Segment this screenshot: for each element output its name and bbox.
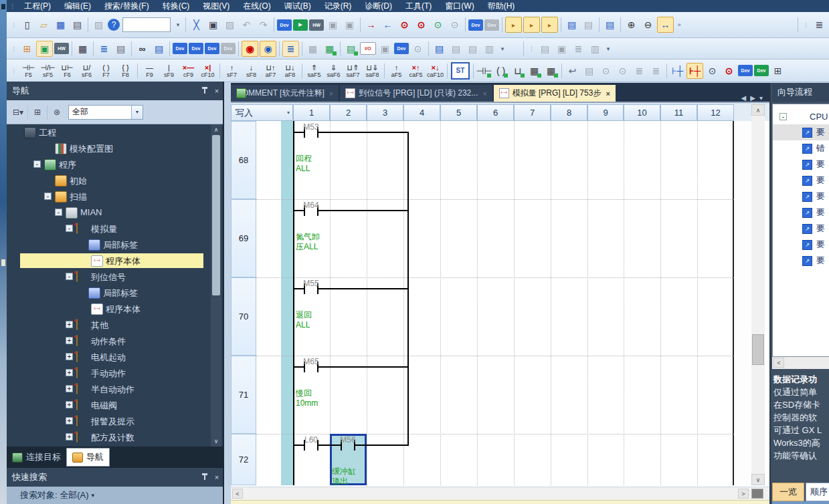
rollback-button[interactable]: ↩ [565, 64, 580, 78]
module-config-button[interactable]: ▦ [75, 41, 90, 56]
tab-navigation[interactable]: 导航 [66, 448, 110, 467]
ladder-rising-pulse-close-branch-button[interactable]: ⊔⇑saF7 [343, 61, 363, 80]
keyword-combobox[interactable] [122, 17, 171, 32]
wire-insert-button[interactable]: ⊦┼ [670, 64, 685, 78]
zoom-out-button[interactable]: ⊖ [640, 17, 656, 32]
scroll-left-icon[interactable]: < [232, 489, 243, 499]
tree-item-program[interactable]: -程序 [7, 156, 223, 172]
tree-item-local-label[interactable]: 局部标签 [7, 237, 223, 253]
ladder-falling-pulse-branch-button[interactable]: ⊔↓aF8 [280, 61, 300, 80]
monitor-pause-button[interactable]: ▣ [325, 17, 341, 32]
expand-icon[interactable]: + [66, 353, 73, 360]
hardware-config-icon[interactable]: HW [54, 43, 69, 54]
fit-width-button[interactable]: ↔ [657, 17, 674, 33]
indent-button[interactable]: ≣ [632, 64, 647, 78]
toolbar-overflow-icon[interactable]: ▾ [498, 41, 506, 56]
tree-item-mian[interactable]: -MIAN [7, 205, 223, 221]
pin-icon[interactable] [199, 87, 211, 95]
open-project-button[interactable]: ▱ [36, 17, 52, 32]
menu-item-search-replace[interactable]: 搜索/替换(F) [98, 1, 156, 12]
window-display2-button[interactable]: ▤ [581, 17, 596, 32]
tree-item-alarm-prompt[interactable]: +报警及提示 [7, 413, 223, 429]
ladder-falling-pulse-close-branch-button[interactable]: ⊔⇓saF8 [363, 61, 382, 80]
ladder-invert-result-button[interactable]: ↑aF5 [387, 61, 406, 80]
mode-header-cell[interactable]: 写入 ▾ [231, 104, 293, 121]
tab-position-signal[interactable]: ⊦⊣到位信号 [PRG] [LD] (只读) 232...× [340, 85, 492, 102]
menu-item-recording[interactable]: 记录(R) [318, 1, 359, 12]
tab-list-icon[interactable]: ▾ [759, 94, 763, 102]
close-icon[interactable]: × [482, 90, 486, 98]
save-project-button[interactable]: ▦ [53, 17, 68, 32]
ladder-rising-pulse-button[interactable]: ↑sF7 [222, 61, 242, 80]
close-icon[interactable]: × [329, 90, 333, 98]
collapse-icon[interactable]: - [66, 225, 73, 232]
read-from-plc-button[interactable]: ← [380, 17, 395, 32]
rung-number-cell[interactable]: 72 [231, 434, 256, 485]
edit-branch-button[interactable]: ⊔ [510, 64, 525, 78]
window-display-button[interactable]: ▤ [564, 17, 579, 32]
wizard-item[interactable]: ↗要 [773, 172, 829, 188]
monitor-resume-button[interactable]: ▣ [342, 17, 357, 32]
ladder-falling-pulse-button[interactable]: ↓sF8 [242, 61, 261, 80]
watch-stop-button[interactable]: ◉ [260, 41, 276, 57]
note-jump-button[interactable]: ▸ [523, 17, 540, 33]
parameter-screen-button[interactable]: ≣ [96, 41, 112, 56]
help-icon[interactable]: ? [108, 19, 120, 31]
combobox-dropdown-icon[interactable]: ▾ [173, 17, 183, 32]
chevron-down-icon[interactable]: ▾ [287, 110, 290, 116]
filter-combob[interactable]: 全部 ▾ [68, 105, 143, 120]
collapse-icon[interactable]: - [44, 193, 52, 200]
menu-item-project[interactable]: 工程(P) [17, 1, 58, 12]
collapse-icon[interactable]: - [779, 113, 787, 120]
ladder-convert-falling-button[interactable]: ×↓caF10 [426, 61, 445, 80]
window-list-button[interactable]: ▥ [482, 41, 497, 56]
tree-item-recipe-count[interactable]: +配方及计数 [7, 429, 223, 445]
expand-icon[interactable]: + [66, 401, 73, 408]
stamp-find-button[interactable]: ⊙ [410, 41, 426, 56]
ladder-vertical-line-button[interactable]: |sF9 [159, 61, 179, 80]
stamp-q-button[interactable]: ⊙ [598, 64, 614, 78]
wizard-item[interactable]: ↗要 [773, 253, 829, 269]
wizard-item[interactable]: ↗要 [773, 221, 829, 237]
scroll-down-icon[interactable]: ∨ [751, 474, 765, 485]
wizard-item[interactable]: ↗要 [773, 124, 829, 140]
docking-toolbar-icon[interactable]: ≣ [812, 17, 827, 32]
device-comment-icon[interactable]: Dev [173, 43, 187, 54]
rung-number-cell[interactable]: 70 [231, 277, 256, 356]
remote-operation-button[interactable]: ▤ [602, 17, 618, 32]
tab-scroll-right-icon[interactable]: ▶ [750, 94, 755, 102]
ladder-delete-vertical-line-button[interactable]: ×|cF10 [198, 61, 217, 80]
menu-item-debug[interactable]: 调试(B) [278, 1, 318, 12]
find-replace-button[interactable]: ▤ [151, 41, 167, 56]
ladder-application-instruction-button[interactable]: { }F8 [116, 61, 135, 80]
device-replace-icon[interactable]: Dev [754, 65, 769, 76]
collapse-icon[interactable]: - [55, 209, 62, 216]
chevron-down-icon[interactable]: ▾ [131, 106, 143, 119]
device-display-icon[interactable]: Dev [468, 19, 483, 31]
stamp-button[interactable]: ▣ [377, 41, 393, 56]
ladder-close-contact-button[interactable]: ⊣/⊢sF5 [38, 61, 58, 80]
edge-insert-button[interactable]: ⊞ [770, 64, 786, 78]
menu-item-convert[interactable]: 转换(C) [156, 1, 197, 12]
scroll-right-icon[interactable]: > [738, 489, 749, 499]
io-check-icon[interactable]: I/O [360, 42, 376, 55]
menu-item-diagnostics[interactable]: 诊断(D) [358, 1, 399, 12]
undo-button[interactable]: ↶ [239, 17, 254, 32]
st-editor-button[interactable]: ST [451, 62, 470, 80]
note-list-button[interactable]: ▸ [541, 17, 558, 33]
find-button[interactable]: ∞ [134, 41, 150, 56]
window-cascade-button[interactable]: ▤ [465, 41, 480, 56]
expand-icon[interactable]: + [66, 417, 73, 424]
tree-item-analog[interactable]: -模拟量 [7, 221, 223, 237]
menu-item-tools[interactable]: 工具(T) [399, 1, 438, 12]
expand-icon[interactable]: + [66, 369, 73, 376]
module-tool-button[interactable]: ▣ [554, 41, 569, 56]
module-list-button[interactable]: ≣ [571, 41, 586, 56]
copy-button[interactable]: ▣ [205, 17, 221, 32]
scroll-down-icon[interactable]: ∨ [211, 436, 221, 447]
zoom-in-button[interactable]: ⊕ [624, 17, 639, 32]
tree-item-solenoid-valve[interactable]: +电磁阀 [7, 397, 223, 413]
tree-item-motor-start[interactable]: +电机起动 [7, 349, 223, 365]
scroll-up-icon[interactable]: ∧ [211, 124, 221, 135]
menu-item-window[interactable]: 窗口(W) [438, 1, 480, 12]
